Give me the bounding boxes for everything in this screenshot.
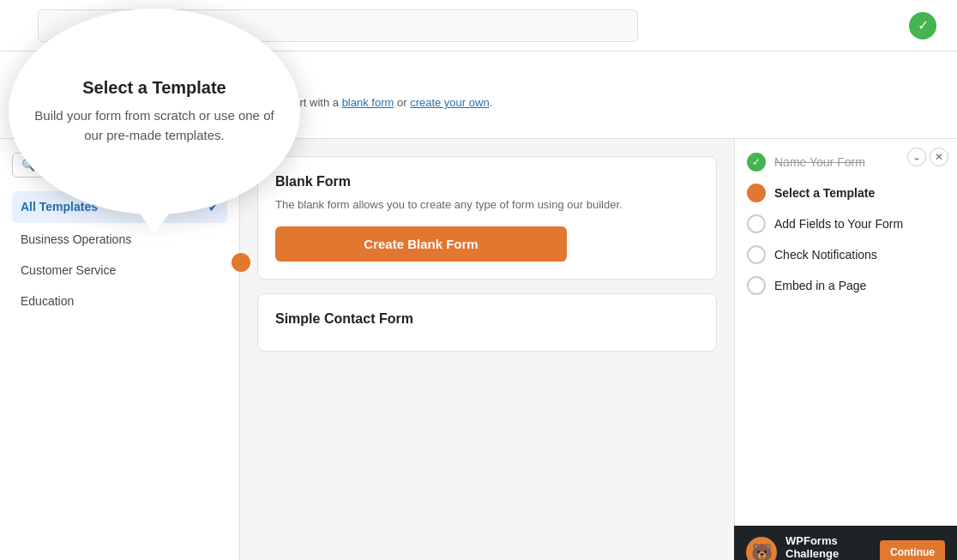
search-icon: 🔍	[21, 159, 35, 172]
step-active-icon	[747, 184, 766, 202]
create-own-link[interactable]: create your own	[410, 96, 490, 109]
step-pending-icon	[747, 276, 766, 295]
blank-form-desc: The blank form allows you to create any …	[275, 196, 699, 214]
form-name-input[interactable]	[38, 9, 638, 42]
challenge-bar: 🐻 WPForms Challenge 4:49 remaining Conti…	[734, 526, 957, 561]
sidebar-item-all-templates[interactable]: All Templates ✓	[12, 191, 227, 223]
wizard-close-button[interactable]: ✕	[930, 148, 948, 166]
header-description: To speed up the process, we've pre-made …	[21, 94, 936, 111]
simple-contact-form-card: Simple Contact Form	[257, 293, 717, 352]
challenge-title: WPForms Challenge	[785, 534, 873, 560]
step-done-icon: ✓	[747, 153, 766, 172]
all-templates-check-icon: ✓	[208, 199, 219, 215]
blank-form-link[interactable]: blank form	[342, 96, 394, 109]
wizard-step-embed-page: Embed in a Page	[747, 276, 945, 295]
step-pending-icon	[747, 245, 766, 264]
step-label: Add Fields to Your Form	[774, 217, 903, 231]
wizard-step-add-fields: Add Fields to Your Form	[747, 214, 945, 233]
wizard-step-check-notifications: Check Notifications	[747, 245, 945, 264]
step-label: Name Your Form	[774, 155, 865, 169]
challenge-avatar: 🐻	[746, 537, 777, 561]
header-hint: Have a suggestion? We'd love to hear it!	[21, 113, 936, 126]
sidebar-item-label: All Templates	[21, 200, 98, 214]
sidebar-item-education[interactable]: Education	[12, 286, 227, 316]
sidebar-item-label: Customer Service	[21, 263, 116, 277]
wizard-step-select-template: Select a Template	[747, 184, 945, 202]
create-blank-form-button[interactable]: Create Blank Form	[275, 226, 567, 262]
main-content: 🔍 All Templates ✓ Business Operations Cu…	[0, 139, 957, 561]
sidebar: 🔍 All Templates ✓ Business Operations Cu…	[0, 139, 240, 561]
challenge-continue-button[interactable]: Continue	[880, 540, 945, 561]
top-bar: ✓	[0, 0, 957, 51]
sidebar-item-label: Business Operations	[21, 232, 131, 246]
blank-form-title: Blank Form	[275, 174, 699, 190]
step-label: Check Notifications	[774, 248, 877, 262]
challenge-text: WPForms Challenge 4:49 remaining	[785, 534, 873, 561]
wizard-panel-close: ⌄ ✕	[907, 148, 948, 166]
blank-form-card: Blank Form The blank form allows you to …	[257, 156, 717, 280]
header-section: Select a Template To speed up the proces…	[0, 51, 957, 139]
step-pending-icon	[747, 214, 766, 233]
orange-dot-indicator	[232, 253, 250, 272]
suggestion-link[interactable]: We'd love to hear it!	[123, 113, 220, 126]
step-label: Select a Template	[774, 186, 875, 200]
step-label: Embed in a Page	[774, 279, 866, 292]
sidebar-item-business-operations[interactable]: Business Operations	[12, 225, 227, 254]
templates-area: Blank Form The blank form allows you to …	[240, 139, 734, 561]
page-title: Select a Template	[21, 67, 936, 89]
wizard-collapse-button[interactable]: ⌄	[907, 148, 926, 166]
search-box[interactable]: 🔍	[12, 153, 227, 178]
simple-contact-title: Simple Contact Form	[275, 311, 699, 327]
top-bar-check-icon: ✓	[909, 12, 936, 39]
wizard-panel: ⌄ ✕ ✓ Name Your Form Select a Template A…	[734, 139, 957, 561]
sidebar-item-customer-service[interactable]: Customer Service	[12, 256, 227, 285]
search-input[interactable]	[40, 159, 218, 172]
sidebar-item-label: Education	[21, 294, 74, 308]
